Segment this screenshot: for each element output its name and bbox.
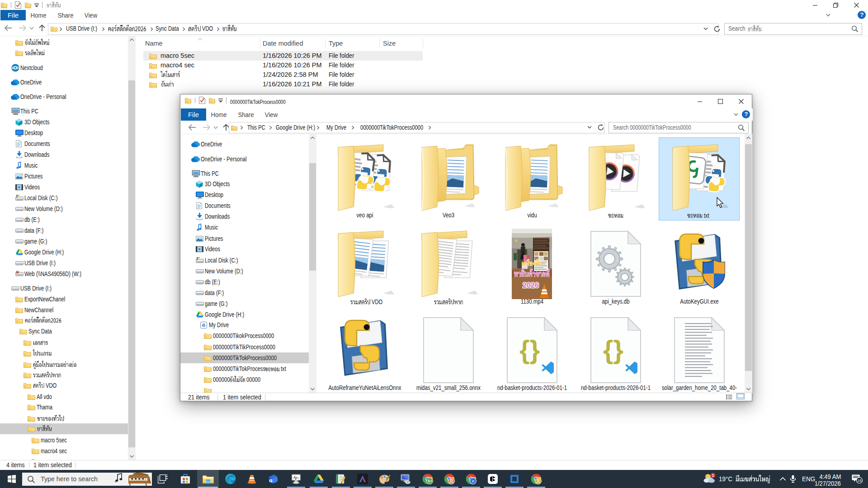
svg-text:{}: {} (519, 335, 540, 364)
svg-text:16: 16 (858, 479, 862, 483)
svg-text:{}: {} (603, 335, 623, 364)
svg-text:2026: 2026 (523, 282, 539, 289)
svg-text:SJ: SJ (428, 479, 432, 483)
svg-text:1: 1 (712, 473, 714, 478)
svg-text:e: e (472, 479, 474, 483)
